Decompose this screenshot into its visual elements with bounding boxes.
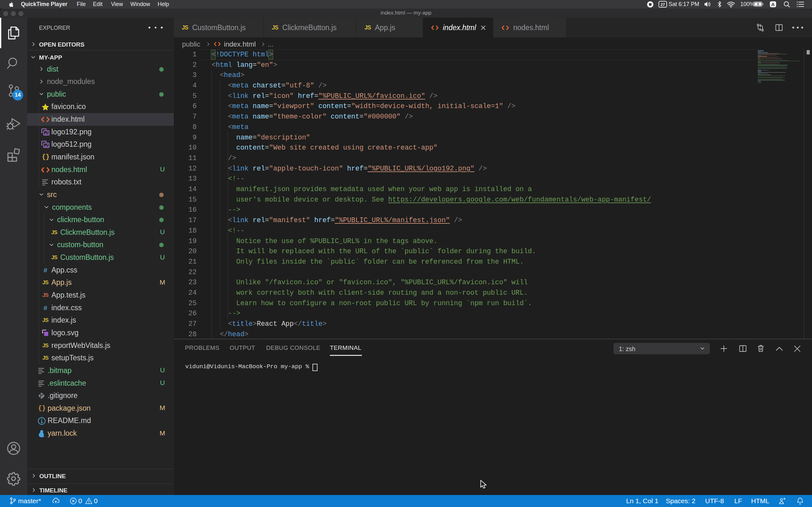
svg-text:A: A [771, 2, 775, 7]
svg-text:27: 27 [661, 3, 665, 7]
